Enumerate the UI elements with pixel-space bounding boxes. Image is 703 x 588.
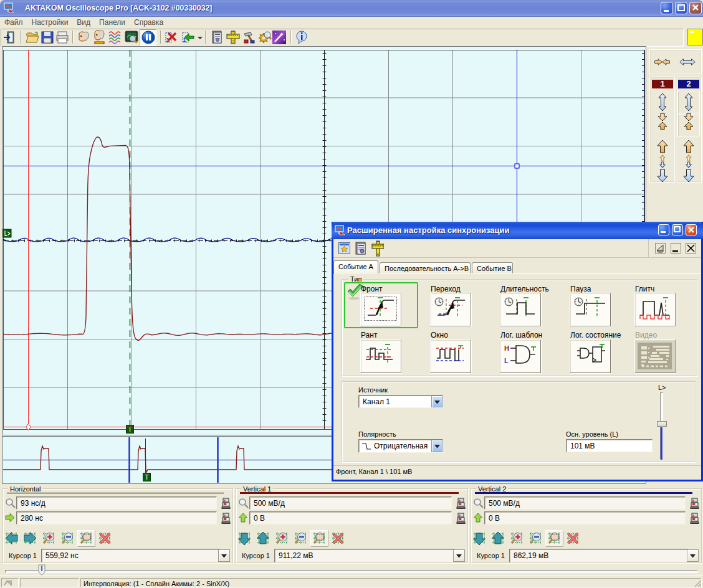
svg-text:L: L <box>504 357 509 364</box>
svg-text:8: 8 <box>459 499 461 503</box>
svg-text:8: 8 <box>224 514 226 518</box>
svg-text:T: T <box>145 474 149 481</box>
svg-text:8: 8 <box>692 499 694 503</box>
svg-text:8: 8 <box>224 499 226 503</box>
svg-text:H: H <box>504 344 509 352</box>
svg-text:8: 8 <box>459 514 461 518</box>
svg-text:8: 8 <box>692 514 694 518</box>
